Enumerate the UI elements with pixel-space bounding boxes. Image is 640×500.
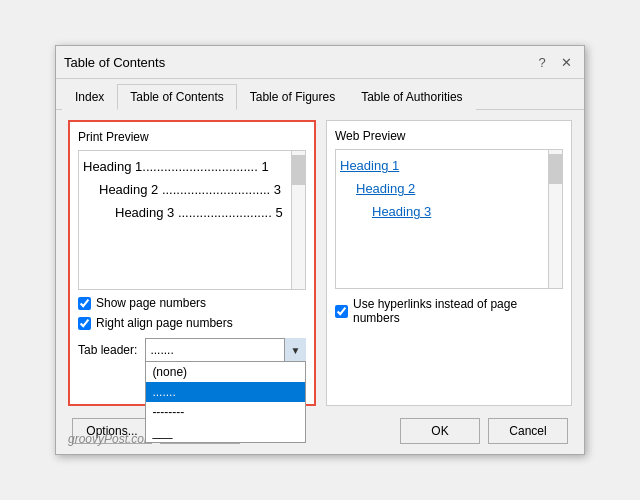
print-heading-3: Heading 3 .......................... 5 xyxy=(115,205,285,220)
tab-leader-dropdown: (none) ....... -------- ___ xyxy=(145,361,306,443)
right-panel: Web Preview Heading 1 Heading 2 Heading … xyxy=(326,120,572,406)
tab-bar: Index Table of Contents Table of Figures… xyxy=(56,79,584,110)
table-of-contents-dialog: Table of Contents ? ✕ Index Table of Con… xyxy=(55,45,585,455)
tab-authorities[interactable]: Table of Authorities xyxy=(348,84,475,110)
web-preview-scrollbar[interactable] xyxy=(548,150,562,288)
tab-leader-row: Tab leader: ▼ (none) ....... -------- __… xyxy=(78,338,306,362)
tab-leader-select-wrapper: ▼ (none) ....... -------- ___ xyxy=(145,338,306,362)
use-hyperlinks-label: Use hyperlinks instead of page numbers xyxy=(353,297,563,325)
print-preview-scrollbar[interactable] xyxy=(291,151,305,289)
show-page-numbers-checkbox[interactable] xyxy=(78,297,91,310)
print-preview-scrollbar-thumb xyxy=(292,155,305,185)
bottom-right-buttons: OK Cancel xyxy=(400,418,568,444)
tab-leader-input[interactable] xyxy=(145,338,306,362)
use-hyperlinks-checkbox[interactable] xyxy=(335,305,348,318)
web-heading-3: Heading 3 xyxy=(372,204,542,219)
title-bar-buttons: ? ✕ xyxy=(532,52,576,72)
web-preview-title: Web Preview xyxy=(335,129,563,143)
print-heading-2: Heading 2 ..............................… xyxy=(99,182,285,197)
tab-leader-label: Tab leader: xyxy=(78,343,137,357)
print-preview-box: Heading 1...............................… xyxy=(78,150,306,290)
dialog-body: Print Preview Heading 1.................… xyxy=(56,110,584,454)
show-page-numbers-label: Show page numbers xyxy=(96,296,206,310)
tab-toc[interactable]: Table of Contents xyxy=(117,84,236,110)
print-preview-content: Heading 1...............................… xyxy=(83,159,301,220)
web-preview-scrollbar-thumb xyxy=(549,154,562,184)
title-bar: Table of Contents ? ✕ xyxy=(56,46,584,79)
left-panel: Print Preview Heading 1.................… xyxy=(68,120,316,406)
tab-figures[interactable]: Table of Figures xyxy=(237,84,348,110)
close-button[interactable]: ✕ xyxy=(556,52,576,72)
dialog-title: Table of Contents xyxy=(64,55,165,70)
web-preview-content: Heading 1 Heading 2 Heading 3 xyxy=(340,158,558,219)
preview-columns: Print Preview Heading 1.................… xyxy=(68,120,572,406)
tab-index[interactable]: Index xyxy=(62,84,117,110)
web-heading-2: Heading 2 xyxy=(356,181,542,196)
web-preview-box: Heading 1 Heading 2 Heading 3 xyxy=(335,149,563,289)
dropdown-option-none[interactable]: (none) xyxy=(146,362,305,382)
title-bar-left: Table of Contents xyxy=(64,55,165,70)
print-heading-1: Heading 1...............................… xyxy=(83,159,285,174)
watermark: groovyPost.com xyxy=(68,432,154,446)
dropdown-option-dashes[interactable]: -------- xyxy=(146,402,305,422)
ok-button[interactable]: OK xyxy=(400,418,480,444)
dropdown-option-dots[interactable]: ....... xyxy=(146,382,305,402)
print-preview-title: Print Preview xyxy=(78,130,306,144)
right-align-label: Right align page numbers xyxy=(96,316,233,330)
right-align-row: Right align page numbers xyxy=(78,316,306,330)
show-page-numbers-row: Show page numbers xyxy=(78,296,306,310)
dropdown-option-underline[interactable]: ___ xyxy=(146,422,305,442)
right-align-checkbox[interactable] xyxy=(78,317,91,330)
cancel-button[interactable]: Cancel xyxy=(488,418,568,444)
web-heading-1: Heading 1 xyxy=(340,158,542,173)
web-checkbox-row: Use hyperlinks instead of page numbers xyxy=(335,297,563,325)
help-button[interactable]: ? xyxy=(532,52,552,72)
